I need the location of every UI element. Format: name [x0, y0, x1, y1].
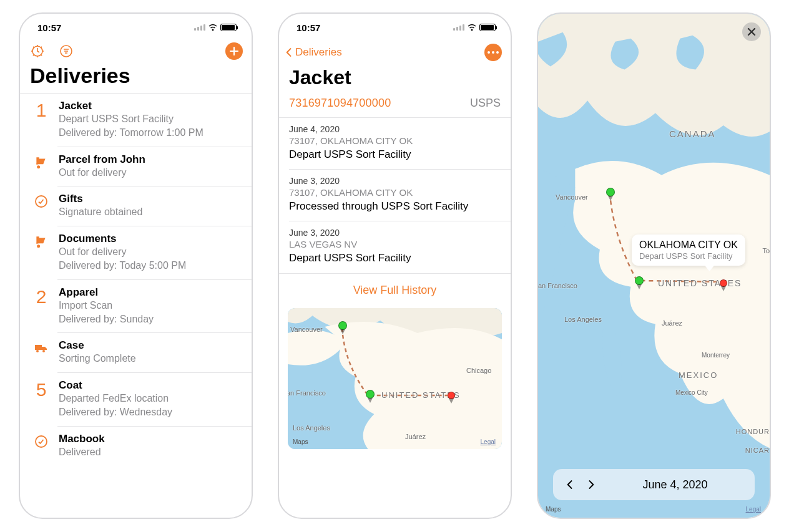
filter-button[interactable]	[57, 42, 75, 60]
battery-icon	[479, 24, 496, 31]
delivery-row-body: DocumentsOut for deliveryDelivered by: T…	[59, 233, 242, 273]
carrier-label: USPS	[470, 97, 501, 110]
map-pin-destination	[448, 392, 455, 399]
check-status-icon	[27, 433, 55, 459]
status-time: 10:57	[297, 22, 320, 33]
map-callout[interactable]: OKLAHOMA CITY OK Depart USPS Sort Facili…	[632, 235, 745, 266]
delivery-title: Macbook	[59, 433, 242, 445]
delivery-title: Documents	[59, 233, 242, 245]
delivery-row[interactable]: 2ApparelImport ScanDelivered by: Sunday	[20, 280, 252, 334]
map-canvas	[538, 14, 770, 518]
event-location: LAS VEGAS NV	[289, 239, 501, 249]
more-button[interactable]	[484, 44, 502, 61]
event-date: June 3, 2020	[289, 176, 501, 186]
delivery-eta: Delivered by: Tomorrow 1:00 PM	[59, 127, 242, 140]
callout-subtitle: Depart USPS Sort Facility	[639, 251, 738, 261]
maps-legal-link[interactable]: Legal	[746, 506, 761, 513]
delivery-title: Coat	[59, 379, 242, 392]
delivery-row[interactable]: GiftsSignature obtained	[20, 186, 252, 226]
delivery-row-body: Parcel from JohnOut for delivery	[59, 153, 242, 180]
tracking-map-thumbnail[interactable]: Vancouver an Francisco Los Angeles UNITE…	[288, 308, 502, 449]
cellular-icon	[194, 24, 205, 31]
delivery-status: Signature obtained	[59, 206, 242, 219]
prev-date-button[interactable]	[563, 478, 577, 491]
delivery-row[interactable]: 1JacketDepart USPS Sort FacilityDelivere…	[20, 94, 252, 147]
delivery-status: Depart USPS Sort Facility	[59, 113, 242, 126]
delivery-row-body: ApparelImport ScanDelivered by: Sunday	[59, 286, 242, 326]
truck-status-icon	[27, 339, 55, 365]
delivery-status: Import Scan	[59, 299, 242, 312]
wifi-icon	[467, 24, 477, 31]
back-label: Deliveries	[295, 46, 342, 59]
map-pin-waypoint[interactable]	[635, 276, 644, 285]
view-full-history-button[interactable]: View Full History	[279, 274, 511, 308]
map-pin-destination[interactable]	[720, 279, 727, 287]
chevron-left-icon	[564, 478, 576, 491]
delivery-row[interactable]: CaseSorting Complete	[20, 333, 252, 373]
delivery-title: Apparel	[59, 286, 242, 299]
truck-icon	[33, 341, 49, 354]
gear-icon	[30, 44, 45, 59]
maps-legal-link[interactable]: Legal	[481, 438, 496, 445]
status-indicators	[453, 24, 496, 31]
wifi-icon	[208, 24, 218, 31]
current-date: June 4, 2020	[605, 478, 745, 491]
delivery-status: Out for delivery	[59, 246, 242, 259]
delivery-title: Jacket	[59, 100, 242, 112]
check-circle-icon	[34, 434, 49, 449]
next-date-button[interactable]	[584, 478, 598, 491]
delivery-eta: Delivered by: Today 5:00 PM	[59, 259, 242, 273]
plus-icon	[229, 46, 239, 56]
deliveries-list-screen: 10:57 Deliveries 1JacketDepart USPS Sort…	[19, 12, 253, 519]
delivery-row[interactable]: Parcel from JohnOut for delivery	[20, 147, 252, 187]
delivery-row[interactable]: 5CoatDeparted FedEx locationDelivered by…	[20, 373, 252, 427]
check-circle-icon	[34, 194, 49, 209]
tracking-events-list: June 4, 202073107, OKLAHOMA CITY OKDepar…	[279, 118, 511, 273]
days-remaining-badge: 5	[27, 379, 55, 419]
callout-title: OKLAHOMA CITY OK	[639, 239, 738, 251]
delivery-status: Sorting Complete	[59, 352, 242, 365]
close-button[interactable]	[742, 22, 761, 41]
tracking-event: June 4, 202073107, OKLAHOMA CITY OKDepar…	[279, 118, 511, 170]
delivery-row-body: CoatDeparted FedEx locationDelivered by:…	[59, 379, 242, 419]
delivery-eta: Delivered by: Sunday	[59, 313, 242, 326]
add-delivery-button[interactable]	[225, 42, 243, 60]
delivery-eta: Delivered by: Wednesday	[59, 406, 242, 419]
status-time: 10:57	[37, 22, 61, 33]
deliveries-list[interactable]: 1JacketDepart USPS Sort FacilityDelivere…	[20, 94, 252, 518]
event-location: 73107, OKLAHOMA CITY OK	[289, 135, 501, 146]
delivery-status: Out for delivery	[59, 167, 242, 180]
event-location: 73107, OKLAHOMA CITY OK	[289, 187, 501, 198]
event-date: June 4, 2020	[289, 124, 501, 134]
event-status: Depart USPS Sort Facility	[289, 252, 501, 264]
delivery-row-body: CaseSorting Complete	[59, 339, 242, 365]
dolly-status-icon	[27, 153, 55, 180]
delivery-title: Gifts	[59, 193, 242, 205]
delivery-title: Case	[59, 339, 242, 352]
tracking-event: June 3, 2020LAS VEGAS NVDepart USPS Sort…	[279, 221, 511, 273]
days-remaining-badge: 2	[27, 286, 55, 326]
filter-icon	[59, 44, 74, 59]
status-bar: 10:57	[20, 14, 252, 41]
maps-attribution: Maps	[546, 506, 561, 513]
tracking-map-full[interactable]: CANADA Vancouver an Francisco Los Angele…	[538, 14, 770, 518]
settings-button[interactable]	[29, 42, 46, 60]
chevron-left-icon	[283, 45, 295, 60]
delivery-title: Jacket	[279, 64, 511, 93]
map-pin-origin	[338, 321, 347, 330]
cellular-icon	[453, 24, 464, 31]
check-status-icon	[27, 193, 55, 219]
tracking-number[interactable]: 7316971094700000	[289, 97, 391, 110]
delivery-row[interactable]: DocumentsOut for deliveryDelivered by: T…	[20, 226, 252, 280]
tracking-event: June 3, 202073107, OKLAHOMA CITY OKProce…	[279, 170, 511, 221]
status-indicators	[194, 24, 237, 31]
nav-bar: Deliveries	[279, 41, 511, 64]
delivery-title: Parcel from John	[59, 153, 242, 166]
delivery-row[interactable]: MacbookDelivered	[20, 427, 252, 467]
full-map-screen: CANADA Vancouver an Francisco Los Angele…	[537, 12, 771, 519]
back-button[interactable]: Deliveries	[283, 45, 342, 60]
chevron-right-icon	[585, 478, 597, 491]
map-pin-origin[interactable]	[606, 188, 615, 196]
dolly-icon	[34, 234, 49, 249]
delivery-row-body: MacbookDelivered	[59, 433, 242, 459]
